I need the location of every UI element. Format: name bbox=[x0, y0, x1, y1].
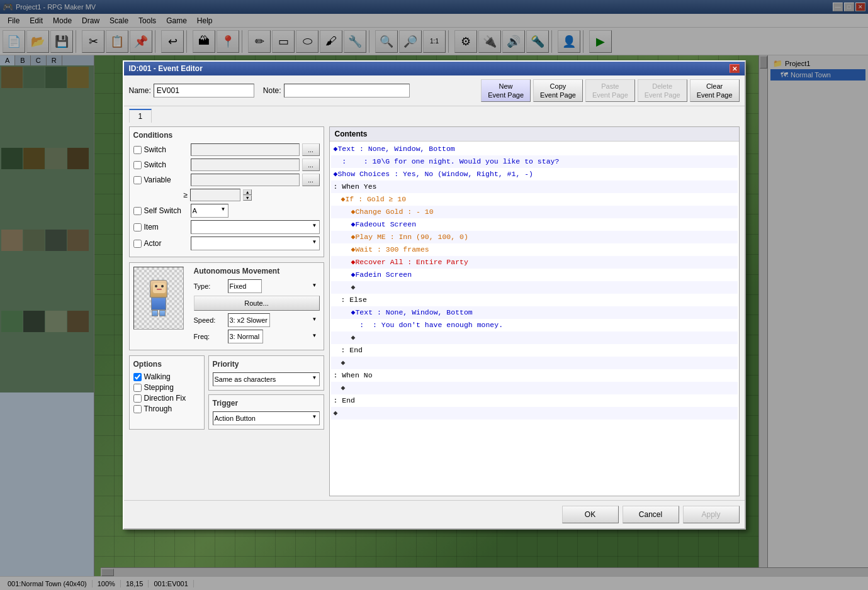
page-tab-1[interactable]: 1 bbox=[129, 109, 152, 123]
sprite-image-box[interactable] bbox=[133, 267, 184, 330]
dialog-title: ID:001 - Event Editor bbox=[129, 64, 203, 73]
cancel-btn[interactable]: Cancel bbox=[623, 506, 679, 523]
contents-title: Contents bbox=[330, 127, 739, 142]
paste-event-page-btn[interactable]: Paste Event Page bbox=[585, 79, 635, 102]
direction-fix-checkbox[interactable] bbox=[133, 394, 142, 403]
dialog-footer: OK Cancel Apply bbox=[124, 500, 745, 528]
direction-fix-row: Direction Fix bbox=[133, 394, 200, 403]
variable-value-input[interactable] bbox=[190, 189, 240, 201]
new-event-page-btn[interactable]: New Event Page bbox=[481, 79, 531, 102]
copy-event-page-btn[interactable]: Copy Event Page bbox=[533, 79, 583, 102]
dialog-close-btn[interactable]: ✕ bbox=[730, 64, 740, 73]
actor-row: Actor bbox=[133, 237, 320, 250]
walking-checkbox[interactable] bbox=[133, 373, 142, 381]
autonomous-movement-section: Autonomous Movement Type: Fixed Random A… bbox=[194, 267, 320, 346]
route-btn[interactable]: Route... bbox=[194, 296, 320, 311]
switch2-label: Switch bbox=[144, 160, 188, 169]
content-line-14[interactable]: ◆Text : None, Window, Bottom bbox=[331, 306, 738, 319]
content-line-1[interactable]: ◆Text : None, Window, Bottom bbox=[331, 143, 738, 155]
priority-section: Priority Below characters Same as charac… bbox=[208, 355, 324, 391]
content-line-11[interactable]: ◆Fadein Screen bbox=[331, 269, 738, 281]
event-editor-dialog: ID:001 - Event Editor ✕ Name: Note: New … bbox=[123, 60, 746, 530]
name-input[interactable] bbox=[154, 84, 254, 97]
spin-down[interactable]: ▼ bbox=[243, 195, 252, 201]
switch1-btn[interactable]: ... bbox=[302, 143, 320, 156]
dialog-body: Conditions Switch ... Switch ... bbox=[124, 123, 745, 500]
conditions-title: Conditions bbox=[133, 131, 320, 140]
freq-select[interactable]: 1: Lowest 2: Lower 3: Normal 4: Higher 5… bbox=[228, 330, 263, 343]
content-line-2[interactable]: : : 10\G for one night. Would you like t… bbox=[331, 155, 738, 168]
note-input[interactable] bbox=[284, 84, 410, 97]
content-line-22[interactable]: ◆ bbox=[331, 407, 738, 420]
stepping-label: Stepping bbox=[144, 383, 174, 392]
stepping-checkbox[interactable] bbox=[133, 384, 142, 392]
content-line-8[interactable]: ◆Play ME : Inn (90, 100, 0) bbox=[331, 231, 738, 243]
actor-label: Actor bbox=[144, 239, 188, 248]
clear-event-page-btn[interactable]: Clear Event Page bbox=[690, 79, 740, 102]
trigger-select[interactable]: Action Button Player Touch Event Touch A… bbox=[213, 411, 320, 425]
content-line-10[interactable]: ◆Recover All : Entire Party bbox=[331, 256, 738, 269]
switch2-input bbox=[191, 159, 300, 171]
content-line-5[interactable]: ◆If : Gold ≥ 10 bbox=[331, 193, 738, 206]
gte-sign: ≥ bbox=[184, 191, 188, 199]
content-line-21[interactable]: : End bbox=[331, 394, 738, 407]
options-section: Options Walking Stepping Direction Fix bbox=[129, 355, 205, 430]
image-subsection bbox=[133, 267, 184, 346]
trigger-title: Trigger bbox=[213, 399, 320, 408]
self-switch-row: Self Switch ABCD bbox=[133, 204, 320, 218]
content-line-6[interactable]: ◆Change Gold : - 10 bbox=[331, 206, 738, 218]
switch2-btn[interactable]: ... bbox=[302, 159, 320, 171]
self-switch-label: Self Switch bbox=[144, 206, 188, 215]
self-switch-select[interactable]: ABCD bbox=[191, 204, 228, 218]
variable-value-spin: ▲ ▼ bbox=[243, 189, 252, 201]
variable-row: Variable ... bbox=[133, 174, 320, 186]
item-checkbox[interactable] bbox=[133, 223, 142, 231]
actor-select[interactable] bbox=[191, 237, 320, 250]
content-line-13[interactable]: : Else bbox=[331, 294, 738, 306]
options-title: Options bbox=[133, 360, 200, 369]
content-line-7[interactable]: ◆Fadeout Screen bbox=[331, 218, 738, 231]
item-row: Item bbox=[133, 220, 320, 234]
speed-select[interactable]: 1: x8 Slower 2: x4 Slower 3: x2 Slower 4… bbox=[228, 313, 270, 327]
variable-btn[interactable]: ... bbox=[302, 174, 320, 186]
delete-event-page-btn[interactable]: Delete Event Page bbox=[638, 79, 687, 102]
variable-checkbox[interactable] bbox=[133, 176, 142, 184]
page-tabs: 1 bbox=[124, 106, 745, 123]
variable-label: Variable bbox=[144, 175, 188, 184]
type-select[interactable]: Fixed Random Approach Custom bbox=[228, 279, 262, 293]
bottom-sections: Options Walking Stepping Direction Fix bbox=[129, 355, 324, 430]
content-line-18[interactable]: ◆ bbox=[331, 357, 738, 369]
contents-list[interactable]: ◆Text : None, Window, Bottom : : 10\G fo… bbox=[330, 142, 739, 496]
self-switch-checkbox[interactable] bbox=[133, 207, 142, 215]
type-label: Type: bbox=[194, 282, 225, 290]
content-line-15[interactable]: : : You don't have enough money. bbox=[331, 319, 738, 331]
variable-input bbox=[191, 174, 300, 186]
actor-checkbox[interactable] bbox=[133, 240, 142, 248]
switch1-checkbox[interactable] bbox=[133, 146, 142, 154]
note-label: Note: bbox=[263, 86, 281, 95]
content-line-12[interactable]: ◆ bbox=[331, 281, 738, 294]
content-line-9[interactable]: ◆Wait : 300 frames bbox=[331, 243, 738, 256]
content-line-16[interactable]: ◆ bbox=[331, 331, 738, 344]
item-select[interactable] bbox=[191, 220, 320, 234]
apply-btn[interactable]: Apply bbox=[683, 506, 740, 523]
content-line-17[interactable]: : End bbox=[331, 344, 738, 357]
spin-up[interactable]: ▲ bbox=[243, 189, 252, 195]
conditions-section: Conditions Switch ... Switch ... bbox=[129, 126, 324, 257]
contents-panel: Contents ◆Text : None, Window, Bottom : … bbox=[329, 126, 740, 496]
content-line-3[interactable]: ◆Show Choices : Yes, No (Window, Right, … bbox=[331, 168, 738, 181]
content-line-19[interactable]: : When No bbox=[331, 369, 738, 382]
content-line-20[interactable]: ◆ bbox=[331, 382, 738, 394]
switch2-row: Switch ... bbox=[133, 159, 320, 171]
speed-row: Speed: 1: x8 Slower 2: x4 Slower 3: x2 S… bbox=[194, 313, 320, 327]
dialog-toolbar: Name: Note: New Event Page Copy Event Pa… bbox=[124, 75, 745, 106]
config-panel: Conditions Switch ... Switch ... bbox=[129, 126, 324, 496]
switch2-checkbox[interactable] bbox=[133, 161, 142, 169]
content-line-4[interactable]: : When Yes bbox=[331, 181, 738, 193]
walking-row: Walking bbox=[133, 372, 200, 381]
priority-select[interactable]: Below characters Same as characters Abov… bbox=[213, 372, 320, 386]
through-row: Through bbox=[133, 404, 200, 413]
ok-btn[interactable]: OK bbox=[562, 506, 619, 523]
type-row: Type: Fixed Random Approach Custom bbox=[194, 279, 320, 293]
through-checkbox[interactable] bbox=[133, 405, 142, 413]
